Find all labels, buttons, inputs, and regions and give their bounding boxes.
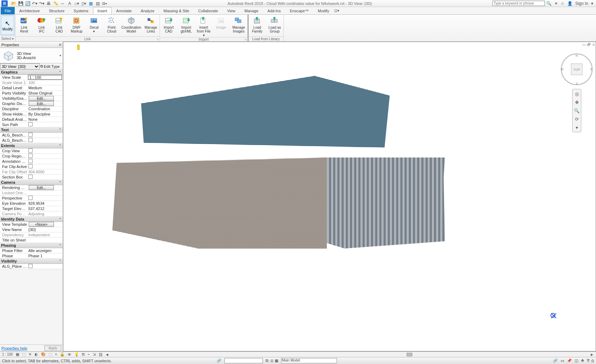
thin-lines-icon[interactable]: ▦ <box>88 1 93 6</box>
viewcube-w[interactable]: W <box>561 68 564 71</box>
drawing-canvas[interactable]: — 🗗 ⤫ N S W E TOP ◎ ✥ <box>63 42 596 351</box>
group-phasing[interactable]: Phasing⌃ <box>0 243 63 248</box>
model-select[interactable]: Main Model <box>281 358 337 363</box>
load-family-button[interactable]: Load Family <box>248 16 266 33</box>
text-icon[interactable]: A <box>67 1 72 6</box>
group-extents[interactable]: Extents⌃ <box>0 143 63 148</box>
3d-icon[interactable]: ⌂▾ <box>74 1 79 6</box>
point-cloud-lower[interactable] <box>112 158 445 248</box>
tab-modify[interactable]: Modify <box>313 7 334 14</box>
alg-plans-checkbox[interactable] <box>28 264 33 268</box>
link-ifc-button[interactable]: Link IFC <box>33 16 50 33</box>
viewcube-e[interactable]: E <box>590 68 593 71</box>
view-scrollbar-left-icon[interactable]: ◄ <box>105 352 109 357</box>
view-scrollbar-right-icon[interactable]: ► <box>590 352 594 357</box>
decal-button[interactable]: Decal ▾ <box>85 16 103 33</box>
minimize-view-icon[interactable]: — <box>582 43 586 47</box>
help-dropdown-icon[interactable]: ▾ <box>591 1 593 6</box>
import-cad-button[interactable]: CADImport CAD <box>160 16 177 33</box>
section-box-checkbox[interactable] <box>28 175 33 179</box>
sun-path-icon[interactable]: ☀ <box>28 352 32 357</box>
apply-button[interactable]: Apply <box>44 345 61 351</box>
reveal-constraints-icon[interactable]: ⛓ <box>99 352 103 357</box>
crop-view-checkbox[interactable] <box>28 148 33 153</box>
file-tab[interactable]: File <box>1 7 15 14</box>
group-text[interactable]: Text⌃ <box>0 127 63 133</box>
tab-addins[interactable]: Add-Ins <box>263 7 285 14</box>
worksets-icon[interactable]: 🔗 <box>217 358 222 363</box>
graphic-display-edit-button[interactable]: Edit... <box>29 101 54 106</box>
alg2-checkbox[interactable] <box>28 138 33 142</box>
app-logo-icon[interactable]: R <box>1 0 8 7</box>
print-icon[interactable]: 🖶 <box>46 1 51 6</box>
eye-elevation-value[interactable]: 928.9534 <box>27 201 63 205</box>
section-icon[interactable]: ▯▾ <box>81 1 86 6</box>
save-icon[interactable]: 💾 <box>18 1 23 6</box>
tab-massing-site[interactable]: Massing & Site <box>159 7 194 14</box>
discipline-value[interactable]: Coordination <box>27 107 63 111</box>
nav-chevron-icon[interactable]: ▾ <box>573 124 580 131</box>
detail-level-value[interactable]: Medium <box>27 86 63 90</box>
tab-manage[interactable]: Manage <box>240 7 263 14</box>
close-view-icon[interactable]: ⤫ <box>592 43 595 47</box>
manage-links-button[interactable]: Manage Links <box>142 16 160 33</box>
temporary-hide-icon[interactable]: 👁 <box>68 352 71 357</box>
unlocked-3d-icon[interactable]: 🔓 <box>60 352 65 357</box>
tab-view[interactable]: View <box>223 7 240 14</box>
group-identity[interactable]: Identity Data⌃ <box>0 217 63 222</box>
parts-visibility-value[interactable]: Show Original <box>27 91 63 95</box>
alg1-checkbox[interactable] <box>28 133 33 137</box>
close-icon[interactable]: ✕ <box>58 42 62 47</box>
workset-select[interactable] <box>224 358 263 363</box>
switch-windows-icon[interactable]: ⧉▾ <box>102 1 107 6</box>
horizontal-scrollbar[interactable] <box>112 353 587 356</box>
tab-structure[interactable]: Structure <box>44 7 69 14</box>
visual-style-icon[interactable]: ⬚ <box>22 352 26 357</box>
phase-filter-value[interactable]: Alle anzeigen <box>27 248 63 253</box>
select-pinned-icon[interactable]: 📌 <box>567 358 572 363</box>
worksharing-display-icon[interactable]: ⧉ <box>82 352 85 357</box>
link-cad-button[interactable]: CADLink CAD <box>50 16 68 33</box>
open-icon[interactable]: 📂 <box>11 1 16 6</box>
link-dialog-launcher-icon[interactable]: ↘ <box>156 37 159 41</box>
view-scale-value[interactable]: 1 : 100 <box>28 75 62 80</box>
view-cube[interactable]: N S W E TOP <box>560 52 594 86</box>
tab-annotate[interactable]: Annotate <box>112 7 136 14</box>
tab-options-icon[interactable]: ⊡▾ <box>334 7 340 14</box>
point-cloud-upper[interactable] <box>133 74 392 152</box>
detail-level-icon[interactable]: ▦ <box>16 352 19 357</box>
point-cloud-button[interactable]: Point Cloud <box>103 16 120 33</box>
rendering-icon[interactable]: 🎨 <box>41 352 46 357</box>
manage-images-button[interactable]: Manage Images <box>230 16 247 33</box>
type-selector[interactable]: 3D View3D-Ansicht ▾ <box>0 48 63 63</box>
group-graphics[interactable]: Graphics⌃ <box>0 70 63 75</box>
restore-view-icon[interactable]: 🗗 <box>587 43 591 47</box>
import-gbxml-button[interactable]: Import gbXML <box>177 16 195 33</box>
redo-icon[interactable]: ↷▾ <box>39 1 44 6</box>
crop-region-visible-icon[interactable]: ⌗ <box>55 352 57 357</box>
import-dialog-launcher-icon[interactable]: ↘ <box>244 38 247 41</box>
dimension-icon[interactable]: ↔ <box>60 1 65 6</box>
tab-architecture[interactable]: Architecture <box>15 7 44 14</box>
drag-elements-icon[interactable]: ✥ <box>581 358 584 363</box>
perspective-checkbox[interactable] <box>28 196 33 200</box>
favorites-icon[interactable]: ☆ <box>561 1 565 6</box>
phase-value[interactable]: Phase 1 <box>27 254 63 258</box>
link-revit-button[interactable]: RVTLink Revit <box>15 16 33 33</box>
far-clip-checkbox[interactable] <box>28 164 33 168</box>
select-links-icon[interactable]: 🔗 <box>553 358 558 363</box>
select-underlay-icon[interactable]: ▭ <box>561 358 564 363</box>
view-template-button[interactable]: <None> <box>29 222 54 227</box>
measure-icon[interactable]: 📏 <box>53 1 58 6</box>
viewcube-s[interactable]: S <box>576 82 578 85</box>
help-search-input[interactable] <box>492 1 545 6</box>
tab-enscape[interactable]: Enscape™ <box>285 7 313 14</box>
viewcube-n[interactable]: N <box>576 54 578 57</box>
scale-label[interactable]: 1 : 100 <box>2 352 13 356</box>
close-views-icon[interactable]: ▤ <box>95 1 100 6</box>
pan-icon[interactable]: ✥ <box>573 99 580 106</box>
shadows-icon[interactable]: ◐ <box>35 352 38 357</box>
subscribe-icon[interactable]: ✶ <box>554 1 558 6</box>
sign-in-link[interactable]: Sign In <box>575 1 588 6</box>
scrollbar-thumb[interactable] <box>407 353 412 356</box>
